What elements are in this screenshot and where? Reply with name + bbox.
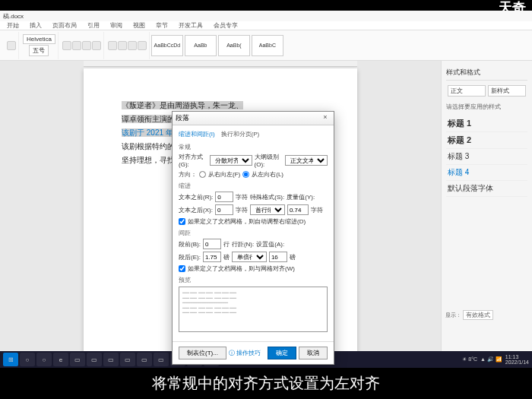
heading-4[interactable]: 标题 4 xyxy=(446,165,527,181)
section-general: 常规 xyxy=(179,143,328,151)
outline-select[interactable]: 正文文本 xyxy=(285,155,328,166)
new-style-button[interactable]: 新样式 xyxy=(488,85,526,97)
heading-1[interactable]: 标题 1 xyxy=(446,116,527,132)
close-icon[interactable]: × xyxy=(320,113,331,124)
tab-ref[interactable]: 引用 xyxy=(85,21,102,30)
space-after-input[interactable] xyxy=(203,252,221,262)
set-value-input[interactable] xyxy=(269,252,287,262)
tab-indent[interactable]: 缩进和间距(I) xyxy=(179,130,215,138)
special-select[interactable]: 首行缩进 xyxy=(250,204,285,215)
edge-icon[interactable]: e xyxy=(53,353,68,366)
line-space-select[interactable]: 单倍行距 xyxy=(232,252,267,262)
metric-input[interactable] xyxy=(287,204,309,215)
tab-vip[interactable]: 会员专享 xyxy=(211,21,240,30)
preview-box: ━━━ ━━━ ━━━ ━━━ ━━━ ━━━ ━━━━━━ ━━━ ━━━ ━… xyxy=(179,287,328,332)
heading-2[interactable]: 标题 2 xyxy=(446,132,527,149)
style-h2[interactable]: AaBb( xyxy=(218,35,250,56)
align-justify-button[interactable] xyxy=(138,41,147,50)
tab-section[interactable]: 章节 xyxy=(154,21,170,30)
tab-layout[interactable]: 页面布局 xyxy=(50,21,79,30)
tab-insert[interactable]: 插入 xyxy=(27,21,44,30)
dir-rtl-radio[interactable] xyxy=(199,171,206,178)
show-filter[interactable]: 有效格式 xyxy=(463,310,493,320)
cancel-button[interactable]: 取消 xyxy=(299,347,328,359)
tips-link[interactable]: ⓘ 操作技巧 xyxy=(229,350,261,356)
paste-button[interactable] xyxy=(7,41,16,50)
clear-format[interactable]: 默认段落字体 xyxy=(446,181,527,197)
styles-panel: 样式和格式 正文 新样式 请选择要应用的样式 标题 1 标题 2 标题 3 标题… xyxy=(441,61,532,368)
app-icon[interactable]: ▭ xyxy=(154,353,169,366)
space-before-input[interactable] xyxy=(203,239,221,249)
strike-button[interactable] xyxy=(92,41,101,50)
explorer-icon[interactable]: ▭ xyxy=(70,353,85,366)
align-right-button[interactable] xyxy=(128,41,137,50)
tab-home[interactable]: 开始 xyxy=(5,21,21,30)
tab-dev[interactable]: 开发工具 xyxy=(176,21,205,30)
heading-3[interactable]: 标题 3 xyxy=(446,149,527,165)
horizontal-ruler[interactable] xyxy=(84,61,357,67)
section-spacing: 间距 xyxy=(179,229,328,237)
section-preview: 预览 xyxy=(179,276,328,284)
subtitle-caption: 将常规中的对齐方式设置为左对齐 xyxy=(0,368,532,399)
style-normal[interactable]: AaBbCcDd xyxy=(151,35,183,56)
font-selector[interactable]: Helvetica xyxy=(23,34,55,44)
app-icon[interactable]: ▭ xyxy=(103,353,119,366)
start-button[interactable]: ⊞ xyxy=(3,353,18,366)
style-h1[interactable]: AaBb xyxy=(185,35,217,56)
app-icon[interactable]: ▭ xyxy=(87,353,102,366)
tab-review[interactable]: 审阅 xyxy=(108,21,125,30)
ribbon-tabs: 开始 插入 页面布局 引用 审阅 视图 章节 开发工具 会员专享 xyxy=(0,21,532,30)
panel-title: 样式和格式 xyxy=(446,65,527,81)
tabs-button[interactable]: 制表位(T)... xyxy=(179,347,226,359)
clock[interactable]: 11:132022/1/14 xyxy=(505,354,529,365)
app-icon[interactable]: ▭ xyxy=(120,353,135,366)
italic-button[interactable] xyxy=(72,41,81,50)
snap-grid-check[interactable] xyxy=(179,265,185,272)
style-gallery: AaBbCcDd AaBb AaBb( AaBbC xyxy=(151,35,283,56)
align-center-button[interactable] xyxy=(118,41,127,50)
ok-button[interactable]: 确定 xyxy=(268,347,296,359)
cortana-icon[interactable]: ○ xyxy=(36,353,52,366)
underline-button[interactable] xyxy=(82,41,91,50)
app-icon[interactable]: ▭ xyxy=(137,353,152,366)
document-title: 稿.docx xyxy=(3,12,24,21)
bold-button[interactable] xyxy=(62,41,71,50)
pick-hint: 请选择要应用的样式 xyxy=(446,103,527,111)
dialog-title: 段落 xyxy=(176,113,189,123)
size-selector[interactable]: 五号 xyxy=(29,45,49,56)
align-left-button[interactable] xyxy=(108,41,117,50)
section-indent: 缩进 xyxy=(179,182,328,190)
indent-after-input[interactable] xyxy=(215,204,233,215)
style-h3[interactable]: AaBbC xyxy=(252,35,283,56)
alignment-select[interactable]: 分散对齐 xyxy=(210,155,252,166)
auto-adjust-check[interactable] xyxy=(179,218,185,225)
search-icon[interactable]: ○ xyxy=(20,353,35,366)
tray-icons[interactable]: ▲ 🔊 📶 xyxy=(480,356,502,363)
ribbon-toolbar: Helvetica 五号 AaBbCcDd AaBb AaBb( AaBbC xyxy=(0,30,532,61)
dir-ltr-radio[interactable] xyxy=(242,171,249,178)
weather[interactable]: ☀ 8°C xyxy=(462,356,477,363)
tab-pagebreak[interactable]: 换行和分页(P) xyxy=(221,130,260,138)
paragraph-dialog: 段落 × 缩进和间距(I) 换行和分页(P) 常规 对齐方式(G): 分散对齐 … xyxy=(172,111,334,365)
current-style[interactable]: 正文 xyxy=(448,85,486,97)
wps-window: 稿.docx 开始 插入 页面布局 引用 审阅 视图 章节 开发工具 会员专享 … xyxy=(0,11,532,368)
indent-before-input[interactable] xyxy=(215,192,233,202)
titlebar: 稿.docx xyxy=(0,11,532,21)
tab-view[interactable]: 视图 xyxy=(131,21,147,30)
